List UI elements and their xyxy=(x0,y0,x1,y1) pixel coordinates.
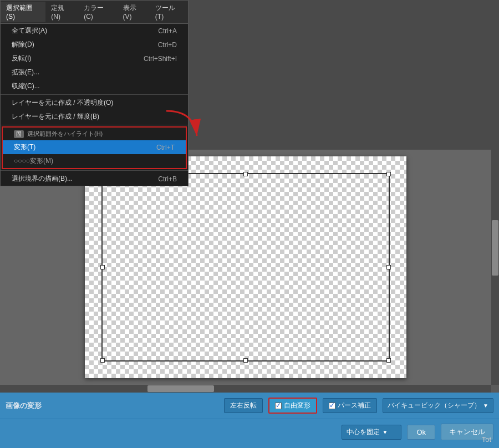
menu-separator-1 xyxy=(1,94,188,95)
menu-separator-3 xyxy=(1,170,188,171)
handle-top-right[interactable] xyxy=(386,172,391,176)
center-dropdown[interactable]: 中心を固定 ▼ xyxy=(342,425,401,440)
scrollbar-vertical-thumb[interactable] xyxy=(492,220,498,276)
bottom-toolbar: 画像の変形 左右反転 自由変形 パース補正 バイキュービック（シャープ） ▼ 中… xyxy=(0,393,499,448)
ok-button[interactable]: Ok xyxy=(407,425,435,440)
handle-top-center[interactable] xyxy=(243,172,248,176)
scrollbar-horizontal[interactable] xyxy=(0,385,491,393)
transform-overlay xyxy=(101,173,390,362)
dropdown-arrow-icon: ▼ xyxy=(483,403,488,409)
scrollbar-vertical[interactable] xyxy=(491,150,499,385)
menu-item-draw-border[interactable]: 選択境界の描画(B)... Ctrl+B xyxy=(1,172,188,186)
menu-item-invert[interactable]: 反転(I) Ctrl+Shift+I xyxy=(1,52,188,65)
menu-item-shrink[interactable]: 収縮(C)... xyxy=(1,79,188,93)
bicubic-dropdown[interactable]: バイキュービック（シャープ） ▼ xyxy=(383,398,493,413)
dropdown-menu: 選択範囲(S) 定規(N) カラー(C) 表示(V) ツール(T) 全て選択(A… xyxy=(0,0,189,186)
checkbox-perspective-icon xyxy=(329,403,335,409)
menu-item-from-layer-brightness[interactable]: レイヤーを元に作成 / 輝度(B) xyxy=(1,110,188,124)
center-dropdown-arrow: ▼ xyxy=(382,429,388,435)
menu-item-from-layer-opacity[interactable]: レイヤーを元に作成 / 不透明度(O) xyxy=(1,96,188,110)
handle-middle-right[interactable] xyxy=(386,265,391,269)
menu-item-expand[interactable]: 拡張(E)... xyxy=(1,65,188,79)
menu-header-tools[interactable]: ツール(T) xyxy=(150,2,188,22)
menu-item-select-all[interactable]: 全て選択(A) Ctrl+A xyxy=(1,24,188,38)
perspective-button[interactable]: パース補正 xyxy=(323,398,377,413)
menu-item-free-transform[interactable]: ○○○○変形(M) xyxy=(3,154,186,168)
menu-item-transform[interactable]: 変形(T) Ctrl+T xyxy=(3,140,186,154)
toolbar-row-1: 画像の変形 左右反転 自由変形 パース補正 バイキュービック（シャープ） ▼ xyxy=(0,393,499,419)
menu-area: 選択範囲(S) 定規(N) カラー(C) 表示(V) ツール(T) 全て選択(A… xyxy=(0,0,499,150)
menu-item-deselect[interactable]: 解除(D) Ctrl+D xyxy=(1,38,188,52)
menu-header-color[interactable]: カラー(C) xyxy=(78,2,117,22)
menu-header: 選択範囲(S) 定規(N) カラー(C) 表示(V) ツール(T) xyxy=(1,1,188,24)
menu-header-ruler[interactable]: 定規(N) xyxy=(45,2,78,22)
handle-middle-left[interactable] xyxy=(100,265,105,269)
red-arrow xyxy=(161,108,205,141)
handle-bottom-center[interactable] xyxy=(243,358,248,363)
canvas-image xyxy=(85,156,406,378)
menu-section-highlight: 固 選択範囲外をハイライト(H) xyxy=(3,128,186,140)
toolbar-row-2: 中心を固定 ▼ Ok キャンセル xyxy=(0,419,499,445)
menu-separator-2 xyxy=(1,125,188,125)
checkbox-free-icon xyxy=(275,403,282,409)
handle-bottom-right[interactable] xyxy=(386,358,391,363)
free-transform-button[interactable]: 自由変形 xyxy=(268,398,317,414)
toolbar-title: 画像の変形 xyxy=(6,401,42,411)
menu-header-selection[interactable]: 選択範囲(S) xyxy=(1,2,45,22)
menu-header-view[interactable]: 表示(V) xyxy=(118,2,150,22)
scrollbar-horizontal-thumb[interactable] xyxy=(147,385,214,392)
tot-label: Tot xyxy=(482,435,491,444)
handle-bottom-left[interactable] xyxy=(100,358,105,363)
mirror-button[interactable]: 左右反転 xyxy=(224,398,263,413)
